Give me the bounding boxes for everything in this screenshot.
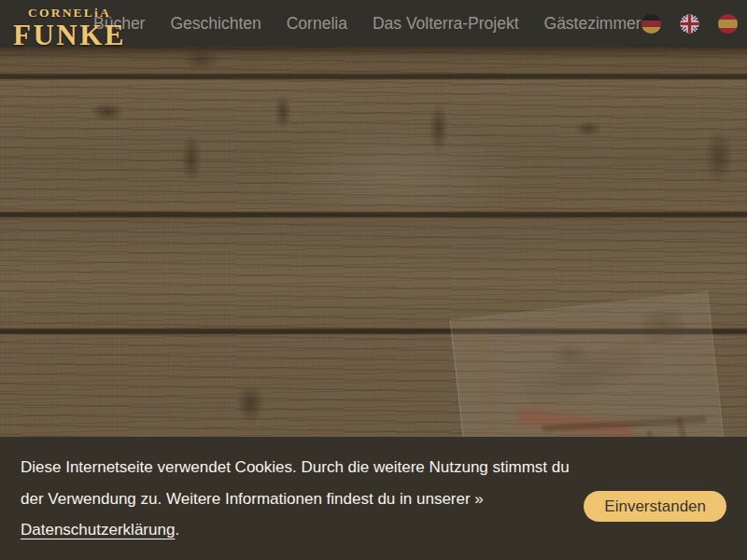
german-flag-icon[interactable] [641,14,661,34]
accept-cookies-button[interactable]: Einverstanden [584,491,726,522]
spanish-flag-icon[interactable] [718,14,738,34]
nav-item-geschichten[interactable]: Geschichten [170,14,261,34]
logo-line-funke: FUNKE [13,21,126,49]
nav-item-gaestezimmer[interactable]: Gästezimmer [544,14,641,34]
sketch-post-shape [476,332,500,450]
british-flag-icon[interactable] [680,14,699,34]
logo-line-cornelia: CORNELiA [13,7,126,20]
site-header: CORNELiA FUNKE Bücher Geschichten Cornel… [0,0,747,47]
nav-item-volterra-projekt[interactable]: Das Volterra-Projekt [373,14,519,34]
cookie-message-text: Diese Internetseite verwendet Cookies. D… [21,458,570,508]
sketch-blob-shape [640,307,685,343]
language-switcher [641,14,747,34]
cookie-message-suffix: . [175,521,179,539]
privacy-policy-link[interactable]: Datenschutzerklärung [21,521,175,539]
cookie-consent-banner: Diese Internetseite verwendet Cookies. D… [0,437,747,560]
cookie-message: Diese Internetseite verwendet Cookies. D… [21,452,584,546]
main-nav: Bücher Geschichten Cornelia Das Volterra… [93,14,641,34]
site-logo[interactable]: CORNELiA FUNKE [13,7,126,49]
nav-item-cornelia[interactable]: Cornelia [287,14,347,34]
sketch-scribble-shape [520,339,647,413]
